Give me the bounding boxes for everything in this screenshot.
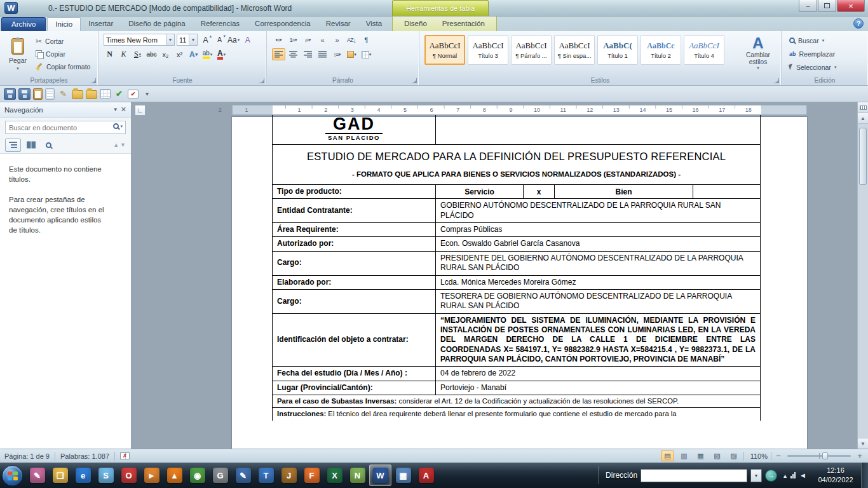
- zoom-level[interactable]: 110%: [747, 452, 768, 460]
- folder-icon[interactable]: [72, 90, 83, 99]
- spellcheck-icon[interactable]: ✗: [120, 452, 130, 459]
- save-as-icon[interactable]: [18, 88, 31, 100]
- shrink-font-button[interactable]: A: [214, 34, 226, 46]
- edit-icon[interactable]: ✎: [57, 88, 69, 100]
- change-case-button[interactable]: Aa▾: [227, 34, 240, 46]
- replace-button[interactable]: ab Reemplazar: [787, 48, 865, 59]
- view-ruler-toggle[interactable]: [858, 102, 868, 113]
- network-icon[interactable]: [790, 472, 796, 478]
- open-folder-icon[interactable]: [86, 90, 97, 99]
- tray-expand-icon[interactable]: ▴: [783, 472, 787, 479]
- photo-viewer-icon[interactable]: ▦: [392, 464, 414, 486]
- sort-button[interactable]: AZ↓: [345, 34, 358, 46]
- decrease-indent-button[interactable]: «: [316, 34, 329, 46]
- format-painter-button[interactable]: Copiar formato: [33, 61, 93, 72]
- next-result-icon[interactable]: ▼: [120, 142, 126, 148]
- previous-result-icon[interactable]: ▲: [113, 142, 119, 148]
- draft-view-button[interactable]: ▨: [727, 451, 740, 461]
- paste-button[interactable]: Pegar ▾: [3, 34, 33, 75]
- tab-referencias[interactable]: Referencias: [193, 17, 247, 31]
- save-icon[interactable]: [4, 88, 16, 100]
- scroll-up-icon[interactable]: ▲: [858, 113, 868, 124]
- search-icon[interactable]: ▾: [113, 123, 123, 129]
- vlc-icon[interactable]: ▲: [163, 464, 186, 486]
- paste-icon[interactable]: [33, 88, 43, 100]
- tab-diseno-tabla[interactable]: Diseño: [397, 17, 435, 31]
- chevron-down-icon[interactable]: ▼: [113, 107, 118, 112]
- copy-button[interactable]: Copiar: [33, 48, 93, 59]
- go-button[interactable]: →: [765, 470, 777, 482]
- dialog-launcher[interactable]: [412, 78, 417, 83]
- align-right-button[interactable]: [301, 48, 315, 60]
- chevron-down-icon[interactable]: ▼: [189, 34, 197, 45]
- zoom-out-button[interactable]: −: [775, 451, 782, 461]
- italic-button[interactable]: K: [118, 48, 130, 60]
- restore-button[interactable]: [818, 0, 836, 12]
- style-item[interactable]: AaBbCcI¶ Sin espa...: [554, 35, 595, 65]
- style-item[interactable]: AaBbCcI¶ Normal: [424, 35, 465, 65]
- tab-diseno-pagina[interactable]: Diseño de página: [121, 17, 193, 31]
- select-button[interactable]: Seleccionar ▾: [787, 62, 865, 72]
- style-item[interactable]: AaBbC(Título 1: [597, 35, 638, 65]
- close-button[interactable]: ×: [837, 0, 865, 12]
- style-item[interactable]: AaBbCcITítulo 3: [468, 35, 508, 65]
- address-input[interactable]: [641, 469, 747, 482]
- zoom-in-button[interactable]: +: [856, 451, 864, 461]
- gimp-icon[interactable]: G: [209, 464, 231, 486]
- opera-icon[interactable]: O: [118, 464, 140, 486]
- web-layout-view-button[interactable]: ▦: [694, 451, 707, 461]
- justify-button[interactable]: [316, 48, 329, 60]
- increase-indent-button[interactable]: »: [330, 34, 344, 46]
- word-icon[interactable]: W: [369, 464, 391, 486]
- clear-formatting-button[interactable]: A: [241, 34, 254, 46]
- accept-icon[interactable]: ✔: [113, 88, 125, 100]
- dialog-launcher[interactable]: [774, 78, 779, 83]
- chevron-down-icon[interactable]: ▼: [166, 34, 174, 45]
- taskbar-clock[interactable]: 12:16 04/02/2022: [813, 466, 858, 485]
- tab-inicio[interactable]: Inicio: [47, 17, 81, 31]
- ie-icon[interactable]: e: [72, 464, 94, 486]
- dialog-launcher[interactable]: [259, 78, 264, 83]
- line-spacing-button[interactable]: ↕≡▾: [330, 48, 344, 60]
- find-button[interactable]: Buscar ▾: [787, 35, 865, 46]
- thunderbird-icon[interactable]: T: [255, 464, 277, 486]
- print-layout-view-button[interactable]: ▤: [661, 451, 674, 461]
- style-item[interactable]: AaBbCcITítulo 4: [684, 35, 724, 65]
- browse-results-tab[interactable]: [41, 139, 57, 152]
- fullscreen-view-button[interactable]: ▥: [677, 451, 691, 461]
- minimize-button[interactable]: –: [799, 0, 817, 12]
- toolbar-options-icon[interactable]: ▾: [141, 88, 153, 100]
- explorer-icon[interactable]: ❑: [49, 464, 71, 486]
- table-icon[interactable]: [100, 89, 111, 98]
- subscript-button[interactable]: x₂: [159, 48, 172, 60]
- tab-stop-selector[interactable]: ∟: [135, 105, 146, 116]
- pen-icon[interactable]: ✎: [232, 464, 254, 486]
- superscript-button[interactable]: x²: [173, 48, 186, 60]
- dialog-launcher[interactable]: [91, 78, 96, 83]
- excel-icon[interactable]: X: [323, 464, 346, 486]
- text-effects-button[interactable]: A▾: [187, 48, 200, 60]
- borders-button[interactable]: ▾: [360, 48, 373, 60]
- zoom-slider[interactable]: [787, 455, 851, 457]
- scroll-down-icon[interactable]: ▼: [858, 438, 868, 449]
- word-count[interactable]: Palabras: 1.087: [60, 452, 109, 460]
- tab-correspondencia[interactable]: Correspondencia: [247, 17, 318, 31]
- tab-vista[interactable]: Vista: [358, 17, 390, 31]
- font-name-combo[interactable]: Times New Rom ▼: [104, 34, 175, 46]
- tab-archivo[interactable]: Archivo: [1, 17, 46, 31]
- tab-presentacion[interactable]: Presentación: [435, 17, 492, 31]
- media-player-icon[interactable]: ►: [140, 464, 163, 486]
- font-size-combo[interactable]: 11 ▼: [177, 34, 198, 46]
- tab-insertar[interactable]: Insertar: [81, 17, 121, 31]
- start-button[interactable]: [2, 465, 23, 486]
- shading-button[interactable]: ▾: [345, 48, 358, 60]
- cut-button[interactable]: ✂ Cortar: [33, 36, 93, 46]
- show-marks-button[interactable]: ¶: [360, 34, 373, 46]
- search-input[interactable]: [5, 121, 126, 134]
- change-styles-button[interactable]: A Cambiar estilos ▾: [739, 35, 777, 71]
- help-icon[interactable]: ?: [853, 18, 864, 29]
- volume-icon[interactable]: ◄: [799, 471, 806, 479]
- tab-revisar[interactable]: Revisar: [318, 17, 358, 31]
- chrome-icon[interactable]: ◉: [186, 464, 208, 486]
- close-icon[interactable]: ✕: [121, 105, 126, 114]
